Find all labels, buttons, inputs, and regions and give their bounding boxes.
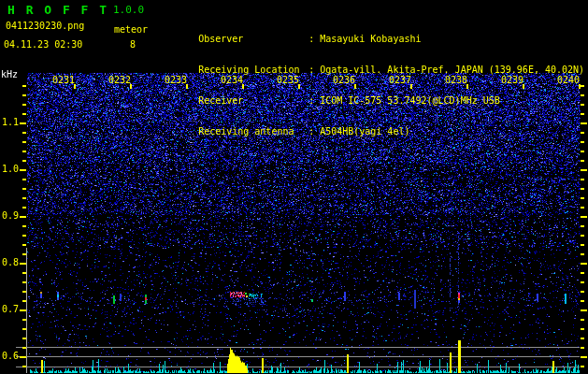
app-title: H R O F F T [7, 4, 108, 16]
freq-tick-label: 0.6 [0, 352, 19, 361]
mode-label: meteor [114, 25, 148, 35]
time-tick-label: 0234 [218, 76, 246, 85]
info-colon: : [308, 96, 320, 106]
freq-tick-label: 0.8 [0, 258, 19, 267]
output-filename: 0411230230.png [6, 22, 84, 31]
time-tick-label: 0232 [106, 76, 134, 85]
info-value: Masayuki Kobayashi [320, 34, 421, 44]
info-label: Receiving antenna [198, 127, 308, 137]
time-tick-label: 0240 [554, 76, 582, 85]
freq-tick-label: 1.1 [0, 118, 19, 127]
info-value: A504HB(yagi 4el) [320, 126, 409, 137]
info-row-antenna: Receiving antenna:A504HB(yagi 4el) [165, 118, 584, 130]
freq-tick-label: 1.0 [0, 165, 19, 174]
time-tick-label: 0237 [386, 76, 414, 85]
info-row-observer: Observer:Masayuki Kobayashi [165, 25, 584, 37]
info-colon: : [308, 127, 320, 137]
y-axis-unit-label: kHz [1, 70, 18, 79]
hrofft-screenshot: H R O F F T 1.0.0 0411230230.png meteor … [0, 0, 588, 374]
time-tick-label: 0239 [498, 76, 526, 85]
info-row-receiver: Receiver:ICOM IC-575 53.7492(@LCD)MHz US… [165, 87, 584, 99]
freq-tick-label: 0.9 [0, 211, 19, 221]
info-value: Ogata-vill. Akita-Pref. JAPAN (139.96E, … [320, 65, 584, 75]
time-tick-label: 0236 [330, 76, 358, 85]
info-label: Receiving Location [198, 65, 308, 75]
info-value: ICOM IC-575 53.7492(@LCD)MHz USB [320, 95, 500, 106]
time-tick-label: 0235 [274, 76, 302, 85]
app-version: 1.0.0 [113, 5, 144, 15]
meteor-count: 8 [130, 40, 136, 50]
time-tick-label: 0238 [442, 76, 470, 85]
info-colon: : [308, 65, 320, 75]
info-label: Receiver [198, 96, 308, 106]
freq-tick-label: 0.7 [0, 305, 19, 314]
time-tick-label: 0231 [50, 76, 78, 85]
info-label: Observer [198, 35, 308, 44]
info-colon: : [308, 35, 320, 44]
observation-datetime: 04.11.23 02:30 [4, 40, 82, 50]
time-tick-label: 0233 [162, 76, 190, 85]
info-row-location: Receiving Location:Ogata-vill. Akita-Pre… [165, 56, 584, 68]
